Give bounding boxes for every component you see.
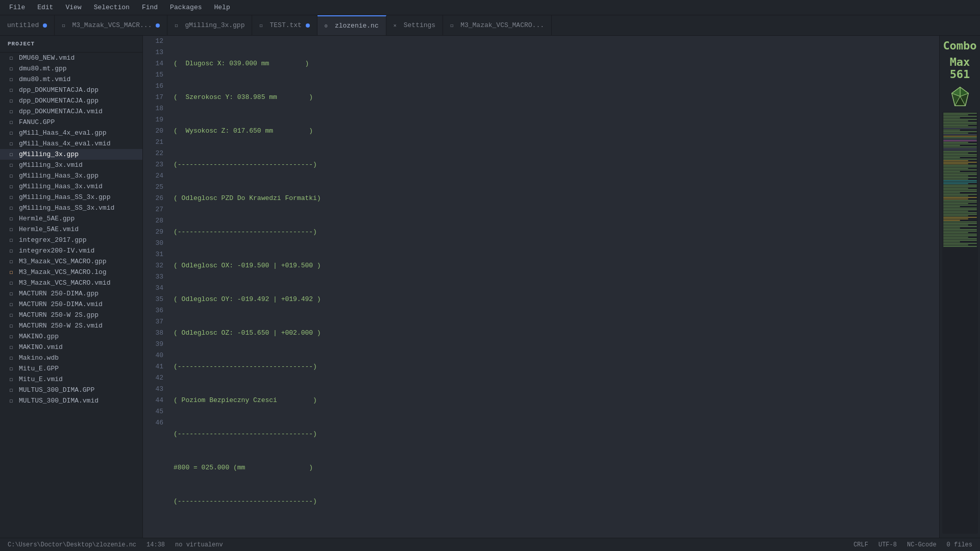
sidebar-item-multus-gpp[interactable]: ◻ MULTUS_300_DIMA.GPP	[0, 385, 142, 395]
tab-test[interactable]: ◻ TEST.txt	[252, 15, 317, 35]
file-label: MULTUS_300_DIMA.vmid	[19, 397, 99, 405]
sidebar-item-macturn-w2s-vmid[interactable]: ◻ MACTURN 250-W 2S.vmid	[0, 320, 142, 331]
sidebar-item-m3mazak-log[interactable]: ◻ M3_Mazak_VCS_MACRO.log	[0, 267, 142, 278]
tab-gmilling[interactable]: ◻ gMilling_3x.gpp	[167, 15, 252, 35]
sidebar-item-gmilling-haas3x-gpp[interactable]: ◻ gMilling_Haas_3x.gpp	[0, 170, 142, 181]
file-label: dmu80.mt.vmid	[19, 76, 70, 83]
sidebar-item-gmilling-haas3x-vmid[interactable]: ◻ gMilling_Haas_3x.vmid	[0, 181, 142, 192]
sidebar-item-mitu-vmid[interactable]: ◻ Mitu_E.vmid	[0, 374, 142, 385]
menu-packages[interactable]: Packages	[165, 2, 207, 13]
combo-gem-icon	[949, 85, 971, 108]
line-ending-label: CRLF	[853, 541, 868, 548]
sidebar-item-macturn-w2s-gpp[interactable]: ◻ MACTURN 250-W 2S.gpp	[0, 310, 142, 320]
file-icon: ◻	[8, 162, 15, 169]
sidebar-item-dpp-vmid[interactable]: ◻ dpp_DOKUMENTACJA.vmid	[0, 106, 142, 117]
tab-m3mazak[interactable]: ◻ M3_Mazak_VCS_MACR...	[55, 15, 167, 35]
status-line-ending[interactable]: CRLF	[853, 541, 868, 548]
file-label: dpp_DOKUMENTACJA.vmid	[19, 108, 103, 115]
status-encoding[interactable]: UTF-8	[878, 541, 897, 548]
sidebar-item-hermle-vmid[interactable]: ◻ Hermle_5AE.vmid	[0, 224, 142, 235]
file-icon: ◻	[8, 65, 15, 72]
file-label: Makino.wdb	[19, 354, 59, 362]
file-icon: ◻	[8, 226, 15, 233]
sidebar-item-mitu-gpp[interactable]: ◻ Mitu_E.GPP	[0, 363, 142, 374]
file-label: M3_Mazak_VCS_MACRO.gpp	[19, 258, 107, 265]
syntax-label: NC-Gcode	[907, 541, 937, 548]
file-label: gMilling_Haas_SS_3x.gpp	[19, 193, 110, 201]
tab-label: gMilling_3x.gpp	[185, 21, 244, 29]
tab-label: TEST.txt	[270, 21, 301, 29]
menu-file[interactable]: File	[4, 2, 30, 13]
menu-find[interactable]: Find	[137, 2, 163, 13]
sidebar-item-macturn-dima-gpp[interactable]: ◻ MACTURN 250-DIMA.gpp	[0, 288, 142, 299]
menu-view[interactable]: View	[60, 2, 86, 13]
sidebar-item-hermle-gpp[interactable]: ◻ Hermle_5AE.gpp	[0, 213, 142, 224]
file-icon: ◻	[62, 22, 68, 29]
sidebar-item-dpp-gpp[interactable]: ◻ dpp_DOKUMENTACJA.gpp	[0, 95, 142, 106]
code-panel[interactable]: 12 13 14 15 16 17 18 19 20 21 22 23 24 2…	[143, 36, 939, 538]
file-icon: ◻	[8, 76, 15, 83]
file-label: Hermle_5AE.gpp	[19, 215, 75, 222]
sidebar-item-multus-vmid[interactable]: ◻ MULTUS_300_DIMA.vmid	[0, 395, 142, 406]
tab-zlozenie[interactable]: ⚙ zlozenie.nc	[317, 15, 386, 35]
status-syntax[interactable]: NC-Gcode	[907, 541, 937, 548]
file-icon: ◻	[8, 269, 15, 276]
sidebar-item-gmilling-haasss3x-gpp[interactable]: ◻ gMilling_Haas_SS_3x.gpp	[0, 192, 142, 203]
sidebar-item-dmu80mt-vmid[interactable]: ◻ dmu80.mt.vmid	[0, 74, 142, 85]
menu-selection[interactable]: Selection	[89, 2, 135, 13]
tab-dot	[43, 23, 47, 28]
sidebar-item-dpp-dpp[interactable]: ◻ dpp_DOKUMENTACJA.dpp	[0, 85, 142, 95]
sidebar-item-makino-vmid[interactable]: ◻ MAKINO.vmid	[0, 342, 142, 353]
file-label: gMill_Haas_4x_eval.gpp	[19, 129, 107, 137]
file-icon: ◻	[8, 247, 15, 255]
sidebar-item-integrex-gpp[interactable]: ◻ integrex_2017.gpp	[0, 235, 142, 245]
menu-help[interactable]: Help	[209, 2, 235, 13]
file-icon: ◻	[8, 183, 15, 190]
sidebar-item-macturn-dima-vmid[interactable]: ◻ MACTURN 250-DIMA.vmid	[0, 299, 142, 310]
menu-edit[interactable]: Edit	[32, 2, 58, 13]
sidebar-item-makino-wdb[interactable]: ◻ Makino.wdb	[0, 353, 142, 363]
sidebar-item-makino-gpp[interactable]: ◻ MAKINO.gpp	[0, 331, 142, 342]
sidebar-item-fanuc[interactable]: ◻ FANUC.GPP	[0, 117, 142, 128]
sidebar-item-gmilling3x-vmid[interactable]: ◻ gMilling_3x.vmid	[0, 160, 142, 170]
menubar: File Edit View Selection Find Packages H…	[0, 0, 980, 15]
file-label: gMilling_3x.gpp	[19, 151, 79, 158]
status-path[interactable]: C:\Users\Doctor\Desktop\zlozenie.nc	[8, 541, 136, 548]
sidebar-item-dmu80mt-gpp[interactable]: ◻ dmu80.mt.gpp	[0, 63, 142, 74]
file-label: gMill_Haas_4x_eval.vmid	[19, 140, 110, 147]
file-icon: ◻	[8, 87, 15, 94]
file-icon: ◻	[450, 22, 456, 29]
files-label: 0 files	[947, 541, 972, 548]
file-icon: ◻	[8, 55, 15, 62]
sidebar-item-dmu60[interactable]: ◻ DMU60_NEW.vmid	[0, 53, 142, 63]
status-virtualenv: no virtualenv	[175, 541, 223, 548]
x-icon: ✕	[394, 22, 400, 29]
file-label: dpp_DOKUMENTACJA.gpp	[19, 97, 99, 105]
file-icon: ◻	[8, 280, 15, 287]
combo-label: Combo	[943, 40, 976, 52]
file-icon: ◻	[8, 130, 15, 137]
sidebar-item-m3mazak-gpp[interactable]: ◻ M3_Mazak_VCS_MACRO.gpp	[0, 256, 142, 267]
tab-label: zlozenie.nc	[335, 22, 379, 30]
tab-untitled[interactable]: untitled	[0, 15, 55, 35]
file-icon: ◻	[8, 151, 15, 158]
tab-settings[interactable]: ✕ Settings	[386, 15, 443, 35]
file-icon: ◻	[8, 172, 15, 180]
file-icon: ◻	[8, 301, 15, 308]
status-time: 14:38	[146, 541, 165, 548]
line-numbers: 12 13 14 15 16 17 18 19 20 21 22 23 24 2…	[143, 36, 168, 538]
statusbar: C:\Users\Doctor\Desktop\zlozenie.nc 14:3…	[0, 538, 980, 551]
file-label: MAKINO.vmid	[19, 343, 63, 351]
tab-m3mazak2[interactable]: ◻ M3_Mazak_VCS_MACRO...	[443, 15, 552, 35]
settings-icon: ⚙	[325, 23, 331, 29]
sidebar-item-gmilling-haasss3x-vmid[interactable]: ◻ gMilling_Haas_SS_3x.vmid	[0, 203, 142, 213]
sidebar-item-gmill-4x-gpp[interactable]: ◻ gMill_Haas_4x_eval.gpp	[0, 128, 142, 138]
status-files: 0 files	[947, 541, 972, 548]
file-icon: ◻	[8, 194, 15, 201]
sidebar-item-m3mazak-vmid[interactable]: ◻ M3_Mazak_VCS_MACRO.vmid	[0, 278, 142, 288]
sidebar-item-gmill-4x-vmid[interactable]: ◻ gMill_Haas_4x_eval.vmid	[0, 138, 142, 149]
combo-value: Max 561	[942, 56, 978, 81]
sidebar-item-integrex200-vmid[interactable]: ◻ integrex200-IV.vmid	[0, 245, 142, 256]
sidebar-item-gmilling3x-gpp[interactable]: ◻ gMilling_3x.gpp	[0, 149, 142, 160]
file-icon: ◻	[8, 376, 15, 383]
